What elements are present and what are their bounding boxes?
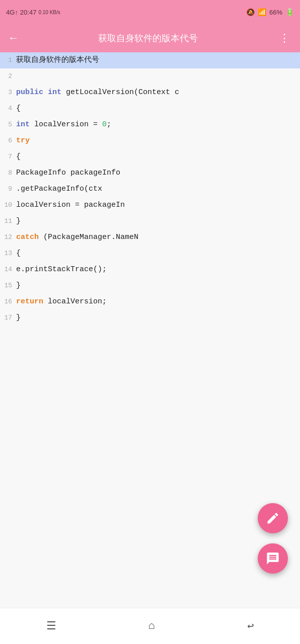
code-token: } <box>16 313 21 322</box>
code-line: 2 <box>0 68 300 85</box>
code-token: } <box>16 281 21 290</box>
battery-percent: 66% <box>269 9 282 16</box>
notification-icon: 🔕 <box>246 8 255 16</box>
code-line: 13 { <box>0 246 300 262</box>
line-number: 6 <box>0 133 16 149</box>
code-editor[interactable]: 1获取自身软件的版本代号23public int getLocalVersion… <box>0 52 300 326</box>
code-token: ; <box>107 120 111 129</box>
code-token: e.printStackTrace(); <box>16 265 107 274</box>
code-line: 15 } <box>0 278 300 294</box>
code-token: 0 <box>102 120 107 129</box>
page-title: 获取自身软件的版本代号 <box>27 32 269 44</box>
code-token: (PackageManager.NameN <box>39 233 138 242</box>
line-code: localVersion = packageIn <box>16 197 300 213</box>
line-number: 9 <box>0 181 16 197</box>
bottom-nav: ☰ ⌂ ↩ <box>0 608 300 644</box>
line-number: 11 <box>0 213 16 229</box>
code-token: PackageInfo packageInfo <box>16 169 120 177</box>
code-content: 1获取自身软件的版本代号23public int getLocalVersion… <box>0 52 300 608</box>
nav-home-button[interactable]: ⌂ <box>136 616 167 636</box>
line-number: 2 <box>0 68 16 85</box>
code-line: 16 return localVersion; <box>0 294 300 310</box>
line-code: int localVersion = 0; <box>16 117 300 133</box>
line-code: } <box>16 310 300 326</box>
code-token: { <box>16 104 21 113</box>
code-line: 8 PackageInfo packageInfo <box>0 165 300 181</box>
line-number: 4 <box>0 101 16 117</box>
line-code: e.printStackTrace(); <box>16 262 300 278</box>
network-indicator: 4G↑ <box>6 9 18 16</box>
code-line: 4 { <box>0 101 300 117</box>
line-code: { <box>16 101 300 117</box>
line-number: 3 <box>0 85 16 101</box>
line-code: return localVersion; <box>16 294 300 310</box>
code-line: 11 } <box>0 213 300 229</box>
code-token: localVersion = packageIn <box>16 201 125 209</box>
nav-back-button[interactable]: ↩ <box>235 615 266 637</box>
code-token: { <box>16 249 21 258</box>
code-line: 9 .getPackageInfo(ctx <box>0 181 300 197</box>
line-code: { <box>16 149 300 165</box>
code-line: 3public int getLocalVersion(Context c <box>0 85 300 101</box>
back-button[interactable]: ← <box>6 30 21 47</box>
code-token: localVersion; <box>43 297 107 306</box>
code-line: 12 catch (PackageManager.NameN <box>0 229 300 246</box>
code-line: 5 int localVersion = 0; <box>0 117 300 133</box>
code-line: 10 localVersion = packageIn <box>0 197 300 213</box>
chat-icon <box>266 551 280 566</box>
code-line: 6 try <box>0 133 300 149</box>
code-token: int <box>16 120 34 129</box>
chat-float-button[interactable] <box>258 543 288 574</box>
line-number: 1 <box>0 52 16 68</box>
status-left: 4G↑ 20:47 0.10 KB/s <box>6 9 60 16</box>
line-number: 16 <box>0 294 16 310</box>
code-token: int <box>48 88 66 97</box>
line-number: 7 <box>0 149 16 165</box>
code-line: 7 { <box>0 149 300 165</box>
line-code: PackageInfo packageInfo <box>16 165 300 181</box>
code-line: 1获取自身软件的版本代号 <box>0 52 300 68</box>
line-number: 17 <box>0 310 16 326</box>
battery-icon: 🔋 <box>285 8 294 16</box>
code-token: public <box>16 88 48 97</box>
code-line: 14 e.printStackTrace(); <box>0 262 300 278</box>
line-number: 12 <box>0 229 16 246</box>
line-number: 13 <box>0 246 16 262</box>
code-token: return <box>16 297 43 306</box>
top-bar: ← 获取自身软件的版本代号 ⋮ <box>0 24 300 52</box>
line-code: .getPackageInfo(ctx <box>16 181 300 197</box>
line-code: { <box>16 246 300 262</box>
wifi-icon: 📶 <box>258 8 266 16</box>
speed: 0.10 KB/s <box>38 10 60 15</box>
line-code: 获取自身软件的版本代号 <box>16 52 300 68</box>
line-number: 8 <box>0 165 16 181</box>
code-token: } <box>16 217 21 225</box>
code-token: try <box>16 136 30 145</box>
line-code: public int getLocalVersion(Context c <box>16 85 300 101</box>
line-code: } <box>16 213 300 229</box>
line-number: 10 <box>0 197 16 213</box>
line-code: } <box>16 278 300 294</box>
menu-button[interactable]: ⋮ <box>275 30 294 47</box>
line-code: try <box>16 133 300 149</box>
time: 20:47 <box>20 9 37 16</box>
code-token: catch <box>16 233 39 242</box>
code-token: { <box>16 152 21 161</box>
code-line: 17 } <box>0 310 300 326</box>
line-number: 14 <box>0 262 16 278</box>
line-number: 5 <box>0 117 16 133</box>
edit-float-button[interactable] <box>258 503 288 533</box>
line-code: catch (PackageManager.NameN <box>16 229 300 246</box>
code-token: getLocalVersion(Context c <box>66 88 179 97</box>
nav-menu-button[interactable]: ☰ <box>34 615 68 637</box>
code-token: localVersion = <box>34 120 102 129</box>
line-number: 15 <box>0 278 16 294</box>
status-bar: 4G↑ 20:47 0.10 KB/s 🔕 📶 66% 🔋 <box>0 0 300 24</box>
code-token: .getPackageInfo(ctx <box>16 185 102 193</box>
code-token: 获取自身软件的版本代号 <box>16 56 99 64</box>
edit-icon <box>266 511 280 525</box>
status-right: 🔕 📶 66% 🔋 <box>246 8 294 16</box>
